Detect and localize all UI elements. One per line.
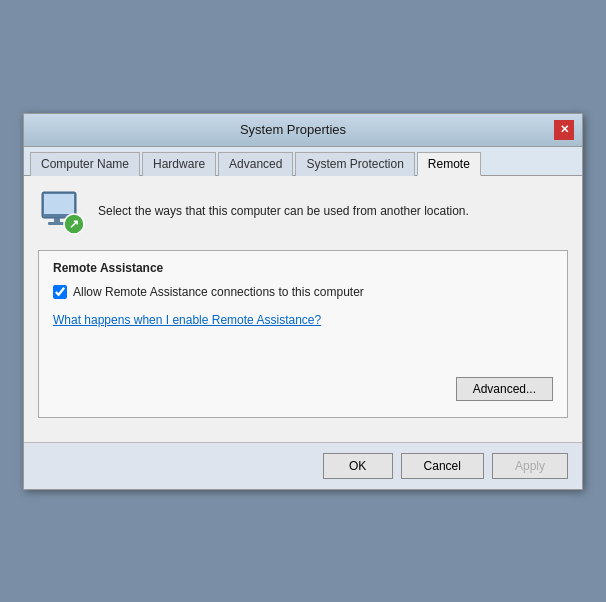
header-row: ↗ Select the ways that this computer can…	[38, 188, 568, 236]
header-description: Select the ways that this computer can b…	[98, 203, 469, 220]
group-footer: Advanced...	[53, 377, 553, 401]
tab-remote[interactable]: Remote	[417, 152, 481, 176]
tab-bar: Computer Name Hardware Advanced System P…	[24, 147, 582, 176]
bottom-bar: OK Cancel Apply	[24, 442, 582, 489]
svg-text:↗: ↗	[69, 217, 79, 231]
dialog-title: System Properties	[32, 122, 554, 137]
cancel-button[interactable]: Cancel	[401, 453, 484, 479]
title-bar: System Properties ✕	[24, 114, 582, 147]
apply-button[interactable]: Apply	[492, 453, 568, 479]
tab-system-protection[interactable]: System Protection	[295, 152, 414, 176]
system-properties-dialog: System Properties ✕ Computer Name Hardwa…	[23, 113, 583, 490]
close-button[interactable]: ✕	[554, 120, 574, 140]
group-label: Remote Assistance	[53, 261, 553, 275]
allow-remote-label: Allow Remote Assistance connections to t…	[73, 285, 364, 299]
tab-content: ↗ Select the ways that this computer can…	[24, 176, 582, 442]
tab-advanced[interactable]: Advanced	[218, 152, 293, 176]
tab-computer-name[interactable]: Computer Name	[30, 152, 140, 176]
tab-hardware[interactable]: Hardware	[142, 152, 216, 176]
allow-remote-checkbox-row: Allow Remote Assistance connections to t…	[53, 285, 553, 299]
svg-rect-1	[44, 194, 74, 214]
ok-button[interactable]: OK	[323, 453, 393, 479]
remote-assistance-group: Remote Assistance Allow Remote Assistanc…	[38, 250, 568, 418]
computer-icon: ↗	[38, 188, 86, 236]
remote-assistance-help-link[interactable]: What happens when I enable Remote Assist…	[53, 313, 321, 327]
allow-remote-checkbox[interactable]	[53, 285, 67, 299]
advanced-button[interactable]: Advanced...	[456, 377, 553, 401]
